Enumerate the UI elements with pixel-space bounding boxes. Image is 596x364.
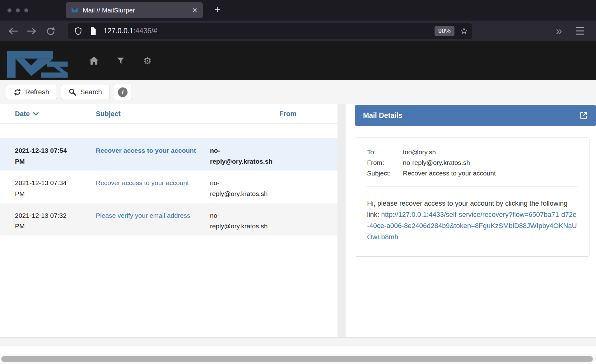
info-icon: i — [118, 87, 128, 97]
horizontal-scrollbar-thumb[interactable] — [1, 356, 593, 362]
url-bar[interactable]: 127.0.0.1:4436/# 90% ☆ — [68, 23, 472, 39]
mailslurper-logo — [7, 50, 71, 79]
list-spacer — [0, 124, 338, 138]
mail-meta: To: foo@ory.sh From: no-reply@ory.kratos… — [367, 148, 577, 177]
to-label: To: — [367, 148, 403, 156]
mail-body: Hi, please recover access to your accoun… — [367, 198, 577, 243]
window-controls[interactable] — [7, 8, 28, 12]
bookmark-star-icon[interactable]: ☆ — [460, 27, 468, 35]
mail-details-card: To: foo@ory.sh From: no-reply@ory.kratos… — [355, 138, 589, 257]
card-divider — [367, 186, 577, 187]
mail-row[interactable]: 2021-12-13 07:34 PM Recover access to yo… — [0, 170, 338, 203]
subject-value: Recover access to your account — [403, 170, 577, 177]
mail-details-panel: Mail Details To: foo@ory.sh From: no-rep… — [346, 104, 596, 337]
subject-label: Subject: — [367, 170, 403, 177]
mail-details-title: Mail Details — [363, 111, 403, 120]
refresh-button-label: Refresh — [25, 88, 49, 96]
tab-strip: Mail // MailSlurper × + — [0, 0, 596, 21]
sort-chevron-down-icon — [33, 112, 39, 116]
mail-list-panel: Date Subject From 2021-12-13 07:54 PM Re… — [0, 104, 338, 337]
mail-row-date: 2021-12-13 07:34 PM — [0, 170, 74, 203]
mail-subject-link[interactable]: Recover access to your account — [96, 179, 189, 186]
browser-tab[interactable]: Mail // MailSlurper × — [66, 2, 203, 18]
url-path: :4436/# — [133, 27, 157, 35]
mail-row-from: no-reply@ory.kratos.sh — [199, 203, 275, 236]
search-button-label: Search — [80, 88, 102, 96]
main-content: Date Subject From 2021-12-13 07:54 PM Re… — [0, 104, 596, 338]
search-button[interactable]: Search — [61, 85, 110, 99]
bottom-gray-strip — [0, 338, 596, 346]
settings-gear-icon[interactable]: ⚙ — [142, 55, 153, 66]
tab-favicon-mailslurper-icon — [72, 8, 78, 13]
mail-row-date: 2021-12-13 07:54 PM — [0, 138, 74, 170]
mail-list-header: Date Subject From — [0, 104, 338, 124]
mail-row-date: 2021-12-13 07:32 PM — [0, 203, 74, 236]
new-tab-button[interactable]: + — [215, 4, 221, 15]
mail-row[interactable]: 2021-12-13 07:32 PM Please verify your e… — [0, 203, 338, 236]
column-header-from[interactable]: From — [199, 110, 296, 118]
back-icon[interactable] — [6, 27, 20, 35]
zoom-level-badge[interactable]: 90% — [435, 26, 454, 36]
search-icon — [69, 88, 76, 96]
mail-subject-link[interactable]: Please verify your email address — [96, 212, 190, 219]
bottom-white-strip — [0, 346, 596, 354]
from-label: From: — [367, 159, 403, 166]
tab-title: Mail // MailSlurper — [83, 7, 135, 14]
overflow-chevrons-icon[interactable]: » — [556, 26, 561, 37]
url-text[interactable]: 127.0.0.1:4436/# — [104, 27, 157, 35]
filter-icon[interactable] — [115, 57, 126, 65]
to-value: foo@ory.sh — [403, 148, 577, 156]
mail-row-from: no-reply@ory.kratos.sh — [199, 138, 275, 170]
info-button[interactable]: i — [114, 84, 132, 100]
app-toolbar: Refresh Search i — [0, 80, 596, 104]
app-header: ⚙ — [0, 41, 596, 80]
refresh-button[interactable]: Refresh — [6, 85, 57, 99]
mail-details-heading: Mail Details — [355, 105, 596, 126]
page-info-icon[interactable] — [90, 27, 97, 35]
mail-row-subject: Recover access to your account — [74, 170, 199, 203]
mail-row-subject: Please verify your email address — [74, 203, 199, 236]
forward-icon[interactable] — [25, 27, 39, 35]
tab-close-icon[interactable]: × — [192, 6, 197, 15]
from-value: no-reply@ory.kratos.sh — [403, 159, 577, 166]
horizontal-scrollbar[interactable] — [0, 354, 596, 364]
mail-row[interactable]: 2021-12-13 07:54 PM Recover access to yo… — [0, 138, 338, 170]
browser-navbar: 127.0.0.1:4436/# 90% ☆ » — [0, 21, 596, 41]
open-external-icon[interactable] — [579, 111, 588, 120]
shield-icon[interactable] — [74, 27, 82, 35]
menu-hamburger-icon[interactable] — [576, 27, 584, 35]
column-header-subject[interactable]: Subject — [74, 110, 199, 118]
mail-row-from: no-reply@ory.kratos.sh — [199, 170, 275, 203]
panel-divider — [338, 104, 346, 337]
refresh-icon — [14, 88, 21, 96]
browser-window: Mail // MailSlurper × + 127.0.0.1:4436/#… — [0, 0, 596, 364]
home-icon[interactable] — [89, 57, 99, 65]
reload-icon[interactable] — [44, 26, 57, 36]
recovery-link[interactable]: http://127.0.0.1:4433/self-service/recov… — [367, 211, 577, 241]
mail-subject-link[interactable]: Recover access to your account — [96, 147, 196, 154]
mail-row-subject: Recover access to your account — [74, 138, 199, 170]
column-header-date[interactable]: Date — [0, 110, 74, 118]
url-host: 127.0.0.1 — [104, 27, 133, 35]
